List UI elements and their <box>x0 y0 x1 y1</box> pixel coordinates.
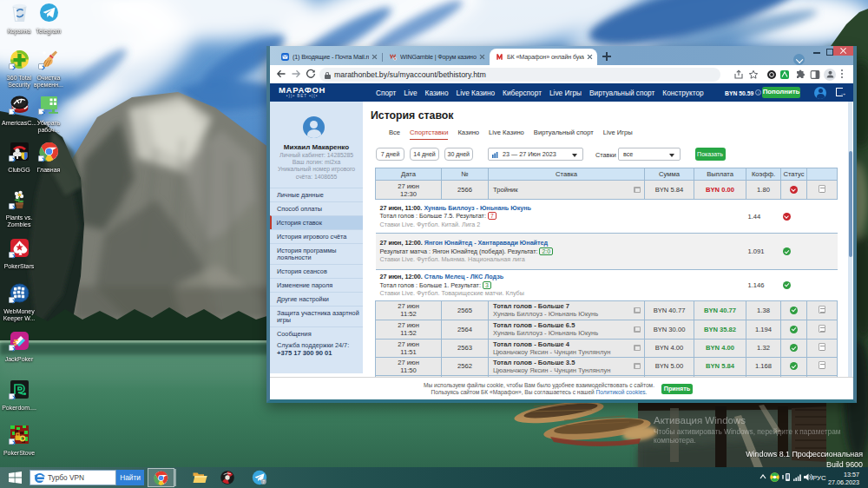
svg-text:7: 7 <box>262 480 265 485</box>
